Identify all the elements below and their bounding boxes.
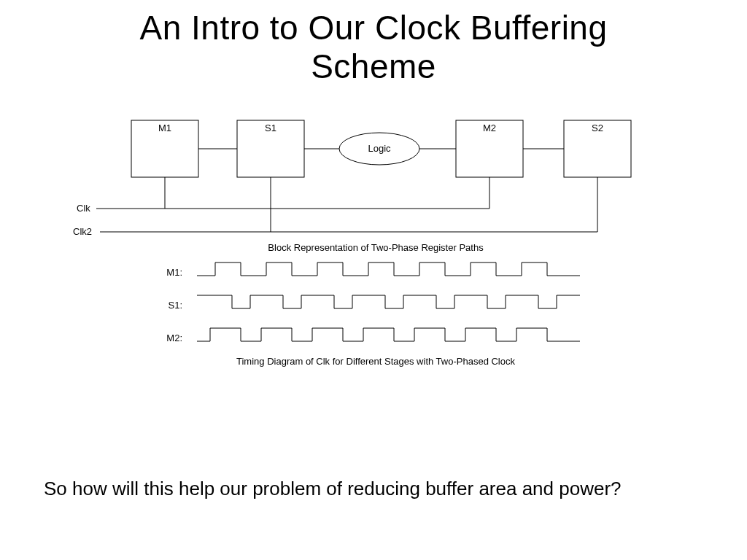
slide: An Intro to Our Clock Buffering Scheme M… bbox=[0, 0, 747, 560]
block-s2-label: S2 bbox=[592, 122, 603, 133]
slide-title: An Intro to Our Clock Buffering Scheme bbox=[0, 9, 747, 86]
block-logic-label: Logic bbox=[368, 143, 391, 154]
wave-s1-label: S1: bbox=[168, 300, 182, 311]
wave-s1 bbox=[197, 295, 580, 308]
title-line-2: Scheme bbox=[311, 47, 436, 85]
block-m1-label: M1 bbox=[158, 122, 171, 133]
diagram: M1 S1 Logic M2 S2 Clk bbox=[73, 117, 678, 408]
clk2-label: Clk2 bbox=[73, 226, 92, 237]
wave-m1-label: M1: bbox=[166, 267, 182, 278]
title-line-1: An Intro to Our Clock Buffering bbox=[139, 9, 607, 47]
wave-m2-label: M2: bbox=[166, 332, 182, 343]
block-s1-label: S1 bbox=[265, 122, 276, 133]
caption-blocks: Block Representation of Two-Phase Regist… bbox=[268, 242, 484, 253]
wave-m1 bbox=[197, 262, 580, 276]
clk-label: Clk bbox=[77, 203, 90, 214]
caption-timing: Timing Diagram of Clk for Different Stag… bbox=[236, 356, 515, 367]
block-m2-label: M2 bbox=[483, 122, 496, 133]
footer-question: So how will this help our problem of red… bbox=[44, 478, 622, 500]
wave-m2 bbox=[197, 328, 580, 341]
